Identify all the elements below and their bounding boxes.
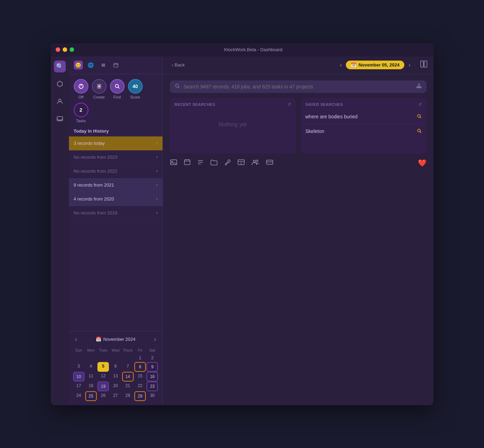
cal-day-2[interactable]: 2 [146,354,158,362]
score-button[interactable]: 40 Score [128,79,143,99]
cal-day-24[interactable]: 24 [73,391,85,401]
nav-person[interactable] [54,95,66,107]
cal-day-3[interactable]: 3 [73,362,85,372]
cal-day-16[interactable]: 16 [146,372,158,382]
window-title: KlockWork.Beta - Dashboard [78,47,429,52]
calendar-section: ‹ 📅 November 2024 › Sun Mon Tues Wed Thu… [69,331,162,405]
cal-day-20[interactable]: 20 [110,382,121,391]
calendar-next[interactable]: › [152,336,158,343]
cal-day-22[interactable]: 22 [134,382,146,391]
search-panels: RECENT SEARCHES ↺ Nothing yet SAVED SEAR… [170,98,427,154]
toolbar-wrench-icon[interactable] [224,159,231,167]
cal-day-21[interactable]: 21 [122,382,134,391]
cal-day-19[interactable]: 19 [97,382,109,391]
cal-day-30[interactable]: 30 [146,391,158,401]
day-header-sun: Sun [73,347,85,354]
toolbar-image-icon[interactable] [170,158,177,168]
date-next-arrow[interactable]: › [407,61,412,70]
find-button[interactable]: Find [110,79,125,99]
cal-day-15[interactable]: 15 [134,372,146,382]
cal-day-29[interactable]: 29 [134,391,146,401]
chevron-today: › [156,141,158,146]
cal-day-17[interactable]: 17 [73,382,85,391]
history-item-2020[interactable]: 4 records from 2020 › [69,192,162,206]
back-label: Back [175,62,185,68]
cal-day-26[interactable]: 26 [97,391,109,401]
toolbar-list[interactable] [99,61,108,70]
cal-day-7[interactable]: 7 [122,362,134,372]
history-item-label-2022: No records from 2022 [74,168,118,174]
cal-day-25[interactable]: 25 [85,391,97,401]
cal-day-6[interactable]: 6 [110,362,121,372]
cal-day-1[interactable]: 1 [134,354,146,362]
svg-point-1 [58,99,61,101]
toolbar-table-icon[interactable] [237,159,245,167]
cal-day-8[interactable]: 8 [134,362,146,372]
tasks-label: Tasks [76,119,86,123]
cal-day-empty [97,354,109,362]
cal-day-23[interactable]: 23 [146,382,158,391]
cal-day-18[interactable]: 18 [85,382,97,391]
cal-day-14[interactable]: 14 [122,372,134,382]
history-item-today[interactable]: 3 records today › [69,136,162,150]
day-header-tues: Tues [97,347,109,354]
create-button[interactable]: Create [92,79,106,99]
cal-day-27[interactable]: 27 [110,391,121,401]
cal-day-empty [122,354,134,362]
toolbar-checklist-icon[interactable] [197,159,204,167]
cal-day-4[interactable]: 4 [85,362,97,372]
off-button[interactable]: Off [74,79,88,99]
toolbar-people-icon[interactable] [251,159,260,167]
date-button[interactable]: 📅 November 05, 2024 [346,61,404,69]
favorite-icon[interactable]: ❤️ [418,159,427,167]
recent-searches-refresh-icon[interactable]: ↺ [287,102,291,107]
cal-day-12[interactable]: 12 [97,372,109,382]
saved-search-1[interactable]: where are bodies buried [306,111,422,123]
history-item-2023[interactable]: No records from 2023 › [69,150,162,164]
cal-day-9[interactable]: 9 [146,362,158,372]
date-prev-arrow[interactable]: ‹ [339,61,343,70]
svg-line-23 [420,117,421,118]
date-nav: ‹ 📅 November 05, 2024 › [339,61,412,70]
chevron-2021: › [156,182,158,187]
saved-searches-refresh-icon[interactable]: ↺ [418,102,422,107]
back-button[interactable]: ‹ Back [169,61,188,69]
day-header-fri: Fri [134,347,146,354]
chevron-2022: › [156,168,158,173]
toolbar-folder-icon[interactable] [210,159,218,167]
cal-day-5-today[interactable]: 5 [97,362,109,372]
history-item-2021[interactable]: 9 records from 2021 › [69,178,162,192]
nav-inbox[interactable] [54,113,66,125]
calendar-prev[interactable]: ‹ [73,336,79,343]
saved-search-2[interactable]: Skeleton [306,126,422,137]
chevron-2020: › [156,196,158,201]
layout-toggle[interactable] [420,61,427,69]
icon-nav: 🔍 [51,56,69,405]
search-upload-icon[interactable] [416,83,422,90]
date-calendar-icon: 📅 [351,62,356,68]
recent-searches-panel: RECENT SEARCHES ↺ Nothing yet [170,98,296,154]
history-item-2022[interactable]: No records from 2022 › [69,164,162,178]
chevron-2019: › [156,210,158,215]
cal-day-11[interactable]: 11 [85,372,97,382]
cal-day-13[interactable]: 13 [110,372,121,382]
cal-week-1: 1 2 [73,354,158,362]
history-item-2019[interactable]: No records from 2019 › [69,206,162,220]
cal-day-28[interactable]: 28 [122,391,134,401]
toolbar-card-icon[interactable] [266,159,273,167]
date-label: November 05, 2024 [358,62,399,68]
minimize-button[interactable] [63,47,67,52]
search-input[interactable] [184,84,413,89]
close-button[interactable] [56,47,60,52]
toolbar-calendar-icon[interactable] [184,159,191,167]
toolbar-calendar[interactable] [111,61,120,70]
toolbar-emoji[interactable]: 😊 [74,61,83,70]
nav-search[interactable]: 🔍 [54,61,66,72]
toolbar-globe[interactable]: 🌐 [86,61,95,70]
svg-point-39 [256,160,258,162]
nav-hexagon[interactable] [54,78,66,90]
history-item-label-2019: No records from 2019 [74,210,118,215]
cal-day-10[interactable]: 10 [73,372,85,382]
maximize-button[interactable] [70,47,74,52]
tasks-button[interactable]: 2 Tasks [74,103,88,123]
